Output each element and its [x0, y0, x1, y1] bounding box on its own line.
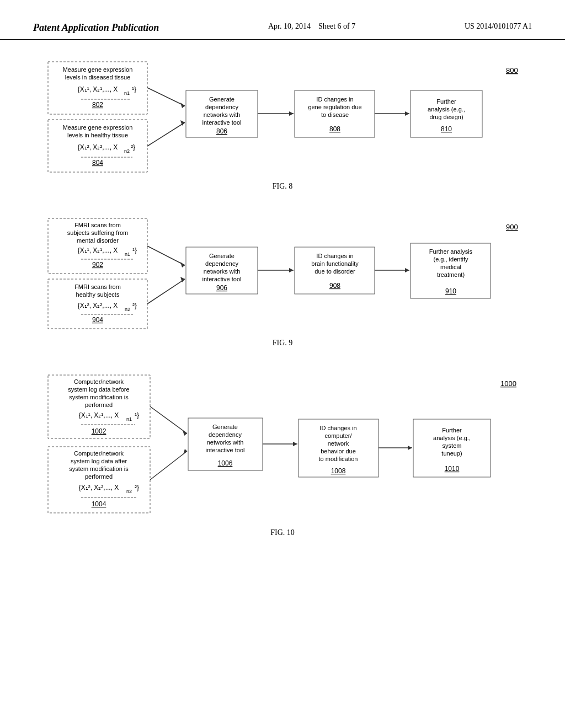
header-date-sheet: Apr. 10, 2014 Sheet 6 of 7 [268, 22, 355, 31]
svg-text:²}: ²} [135, 484, 139, 491]
svg-text:Generate: Generate [209, 253, 234, 259]
svg-text:1004: 1004 [92, 500, 106, 508]
svg-text:interactive tool: interactive tool [206, 447, 245, 453]
svg-text:n1: n1 [126, 416, 132, 422]
svg-text:1002: 1002 [92, 427, 106, 435]
svg-text:levels in healthy tissue: levels in healthy tissue [67, 132, 128, 138]
svg-text:system modification is: system modification is [69, 465, 129, 472]
svg-text:treatment): treatment) [437, 271, 465, 278]
svg-line-59 [147, 279, 185, 304]
svg-text:{X₁¹, X₂¹,..., X: {X₁¹, X₂¹,..., X [78, 247, 118, 254]
fig10-diagram: 1000 Computer/network system log data be… [42, 370, 523, 524]
svg-marker-113 [293, 442, 297, 446]
svg-text:system: system [443, 442, 462, 449]
svg-text:Further: Further [436, 98, 456, 105]
publication-title: Patent Application Publication [33, 22, 159, 34]
svg-marker-75 [405, 268, 409, 272]
svg-text:Generate: Generate [212, 424, 238, 430]
svg-text:n2: n2 [126, 489, 132, 494]
fig9-label: FIG. 9 [33, 339, 532, 347]
svg-text:²}: ²} [132, 302, 137, 309]
figure-8: 800 Measure gene expression levels in di… [33, 56, 532, 191]
svg-text:behavior due: behavior due [321, 448, 356, 454]
fig8-label: FIG. 8 [33, 182, 532, 191]
svg-text:levels in diseased tissue: levels in diseased tissue [65, 74, 131, 81]
svg-text:due to disorder: due to disorder [315, 268, 355, 275]
svg-text:²}: ²} [131, 143, 135, 151]
svg-text:interactive tool: interactive tool [202, 119, 242, 126]
svg-text:1010: 1010 [445, 465, 460, 473]
svg-text:904: 904 [92, 316, 103, 324]
svg-text:Computer/network: Computer/network [74, 378, 124, 385]
svg-marker-27 [289, 111, 294, 116]
svg-text:brain functionality: brain functionality [311, 260, 359, 267]
svg-text:FMRI scans from: FMRI scans from [74, 222, 121, 228]
svg-line-102 [150, 406, 187, 433]
svg-text:{X₁¹, X₂¹,..., X: {X₁¹, X₂¹,..., X [79, 411, 119, 419]
fig8-diagram: 800 Measure gene expression levels in di… [42, 56, 523, 178]
svg-text:dependency: dependency [205, 104, 238, 110]
svg-text:FMRI scans from: FMRI scans from [74, 283, 121, 290]
svg-text:subjects suffering from: subjects suffering from [67, 229, 128, 236]
svg-text:performed: performed [85, 402, 113, 408]
svg-text:Measure gene expression: Measure gene expression [63, 124, 133, 131]
svg-text:1008: 1008 [331, 467, 346, 475]
svg-text:n1: n1 [125, 251, 130, 257]
svg-text:medical: medical [440, 264, 461, 270]
svg-text:networks with: networks with [204, 111, 241, 118]
svg-text:n2: n2 [124, 148, 130, 154]
svg-line-104 [150, 451, 187, 480]
svg-text:¹}: ¹} [132, 247, 137, 254]
svg-text:Further: Further [442, 427, 462, 433]
content-area: 800 Measure gene expression levels in di… [0, 45, 565, 581]
figure-10: 1000 Computer/network system log data be… [33, 370, 532, 537]
svg-line-18 [147, 122, 185, 146]
svg-text:(e.g., identify: (e.g., identify [434, 256, 468, 263]
svg-text:healthy subjects: healthy subjects [76, 291, 120, 298]
svg-text:drug design): drug design) [429, 114, 463, 120]
svg-text:Measure gene expression: Measure gene expression [63, 66, 133, 73]
svg-text:{X₁², X₂²,..., X: {X₁², X₂²,..., X [78, 302, 118, 309]
svg-text:ID changes in: ID changes in [319, 425, 356, 431]
patent-number: US 2014/0101077 A1 [465, 22, 532, 31]
svg-text:to disease: to disease [321, 111, 349, 118]
svg-text:Computer/network: Computer/network [74, 450, 124, 457]
svg-text:1006: 1006 [218, 459, 233, 467]
svg-text:{X₁¹, X₂¹,..., X: {X₁¹, X₂¹,..., X [78, 85, 118, 93]
svg-text:analysis (e.g.,: analysis (e.g., [428, 106, 465, 113]
svg-text:ID changes in: ID changes in [316, 96, 353, 103]
publication-date: Apr. 10, 2014 [268, 22, 311, 30]
svg-text:networks with: networks with [204, 268, 241, 275]
svg-text:808: 808 [329, 125, 340, 133]
svg-text:system log data before: system log data before [68, 386, 129, 393]
svg-text:Generate: Generate [209, 96, 234, 103]
svg-text:mental disorder: mental disorder [77, 237, 119, 244]
svg-text:network: network [328, 440, 349, 447]
svg-text:system log data after: system log data after [71, 458, 127, 464]
svg-text:910: 910 [445, 287, 456, 295]
sheet-info: Sheet 6 of 7 [318, 22, 355, 30]
svg-text:networks with: networks with [207, 439, 244, 446]
svg-text:gene regulation due: gene regulation due [308, 104, 361, 110]
svg-text:tuneup): tuneup) [441, 450, 462, 457]
svg-text:interactive tool: interactive tool [202, 276, 242, 282]
svg-line-57 [147, 246, 185, 265]
svg-line-16 [147, 88, 185, 106]
svg-marker-34 [405, 111, 409, 116]
svg-marker-68 [289, 268, 294, 272]
svg-text:¹}: ¹} [135, 411, 139, 419]
svg-text:dependency: dependency [209, 431, 242, 438]
svg-marker-122 [408, 446, 412, 450]
svg-text:906: 906 [216, 284, 227, 292]
svg-text:ID changes in: ID changes in [316, 253, 353, 259]
svg-text:{X₁², X₂²,..., X: {X₁², X₂²,..., X [78, 143, 118, 151]
svg-text:analysis (e.g.,: analysis (e.g., [433, 435, 471, 441]
fig9-number: 900 [506, 223, 518, 231]
svg-text:802: 802 [92, 101, 103, 109]
svg-text:908: 908 [329, 282, 340, 290]
fig10-label: FIG. 10 [33, 528, 532, 537]
svg-text:810: 810 [441, 125, 452, 133]
figure-9: 900 FMRI scans from subjects suffering f… [33, 213, 532, 347]
svg-text:computer/: computer/ [325, 432, 353, 439]
svg-text:¹}: ¹} [132, 85, 136, 93]
